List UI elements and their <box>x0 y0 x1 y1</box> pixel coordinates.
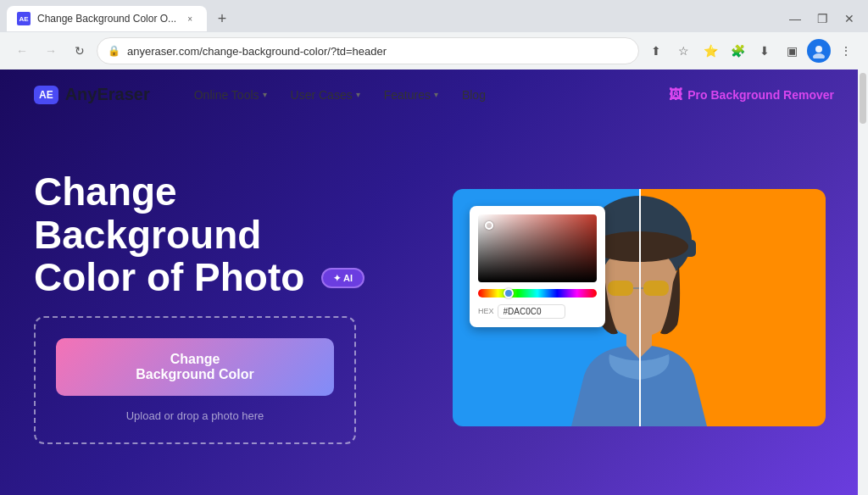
hex-input[interactable] <box>498 304 565 319</box>
bookmarks-button[interactable]: ⭐ <box>698 39 722 63</box>
pro-background-remover-button[interactable]: 🖼 Pro Background Remover <box>669 87 834 103</box>
chevron-down-icon: ▾ <box>356 90 360 99</box>
pro-icon: 🖼 <box>669 87 682 103</box>
browser-tab[interactable]: AE Change Background Color O... × <box>7 6 207 31</box>
scrollbar[interactable] <box>858 70 868 495</box>
site-logo[interactable]: AE AnyEraser <box>34 85 150 104</box>
tab-title: Change Background Color O... <box>37 13 176 25</box>
hero-right: HEX <box>453 189 834 426</box>
back-button[interactable]: ← <box>10 39 34 63</box>
upload-hint: Upload or drop a photo here <box>126 409 264 422</box>
extensions-button[interactable]: 🧩 <box>726 39 749 63</box>
upload-area[interactable]: ChangeBackground Color Upload or drop a … <box>34 316 356 444</box>
more-button[interactable]: ⋮ <box>834 39 858 63</box>
svg-rect-6 <box>643 281 669 296</box>
website-content: AE AnyEraser Online Tools ▾ User Cases ▾… <box>0 70 868 495</box>
chevron-down-icon: ▾ <box>263 90 267 99</box>
forward-button[interactable]: → <box>39 39 63 63</box>
new-tab-button[interactable]: + <box>210 7 234 31</box>
ai-badge: ✦ AI <box>321 268 364 288</box>
hero-left: Change Background Color of Photo ✦ AI Ch… <box>34 170 419 444</box>
color-cursor[interactable] <box>485 221 493 230</box>
nav-link-online-tools[interactable]: Online Tools ▾ <box>194 88 267 102</box>
profile-button[interactable] <box>807 39 831 63</box>
hero-title: Change Background Color of Photo ✦ AI <box>34 170 419 299</box>
share-button[interactable]: ⬆ <box>644 39 668 63</box>
maximize-button[interactable]: ❐ <box>810 7 834 31</box>
bookmark-button[interactable]: ☆ <box>671 39 695 63</box>
title-bar: AE Change Background Color O... × + — ❐ … <box>0 0 868 32</box>
color-hue-bar[interactable] <box>478 289 597 298</box>
preview-divider <box>639 189 641 426</box>
nav-link-features[interactable]: Features ▾ <box>384 88 438 102</box>
hue-thumb[interactable] <box>504 288 514 298</box>
hex-label: HEX <box>478 307 494 315</box>
ai-sparkle-icon: ✦ AI <box>333 273 353 283</box>
nav-link-user-cases[interactable]: User Cases ▾ <box>291 88 360 102</box>
svg-point-0 <box>815 46 822 53</box>
browser-chrome: AE Change Background Color O... × + — ❐ … <box>0 0 868 70</box>
logo-badge: AE <box>34 86 58 104</box>
nav-link-blog[interactable]: Blog <box>462 88 486 102</box>
lock-icon: 🔒 <box>108 45 120 57</box>
tab-close-button[interactable]: × <box>183 12 197 25</box>
site-nav-links: Online Tools ▾ User Cases ▾ Features ▾ B… <box>194 87 834 103</box>
site-nav: AE AnyEraser Online Tools ▾ User Cases ▾… <box>0 70 868 120</box>
color-picker[interactable]: HEX <box>470 206 605 327</box>
color-hex-row: HEX <box>478 304 597 319</box>
nav-actions: ⬆ ☆ ⭐ 🧩 ⬇ ▣ ⋮ <box>644 39 858 63</box>
close-window-button[interactable]: ✕ <box>837 7 861 31</box>
svg-point-1 <box>813 53 825 58</box>
browser-nav-bar: ← → ↻ 🔒 anyeraser.com/change-background-… <box>0 32 868 70</box>
window-controls: — ❐ ✕ <box>783 7 861 31</box>
logo-text: AnyEraser <box>65 85 150 104</box>
profile-icon <box>811 43 826 58</box>
tab-favicon: AE <box>17 12 31 25</box>
hero-section: Change Background Color of Photo ✦ AI Ch… <box>0 120 868 495</box>
change-background-color-button[interactable]: ChangeBackground Color <box>56 338 334 396</box>
minimize-button[interactable]: — <box>783 7 807 31</box>
preview-container: HEX <box>453 189 826 426</box>
address-text: anyeraser.com/change-background-color/?t… <box>127 45 628 58</box>
refresh-button[interactable]: ↻ <box>68 39 92 63</box>
chevron-down-icon: ▾ <box>434 90 438 99</box>
color-gradient[interactable] <box>478 214 597 282</box>
download-button[interactable]: ⬇ <box>753 39 776 63</box>
split-view-button[interactable]: ▣ <box>780 39 804 63</box>
address-bar[interactable]: 🔒 anyeraser.com/change-background-color/… <box>97 37 639 64</box>
svg-rect-5 <box>608 281 633 296</box>
